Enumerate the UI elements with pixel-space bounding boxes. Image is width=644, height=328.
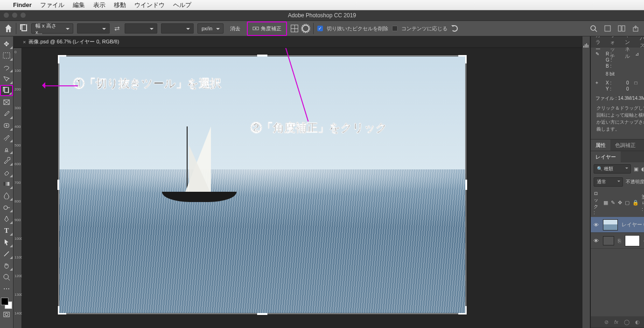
link-layers-icon[interactable]: ⊘ [604,319,609,325]
healing-tool[interactable] [0,120,13,131]
overlay-grid-icon[interactable] [291,25,298,32]
home-icon[interactable] [5,25,12,32]
document-area: × 画像.psd @ 66.7% (レイヤー 0, RGB/8) 0100200… [14,36,582,328]
close-tab-icon[interactable]: × [23,39,26,45]
swap-dims-icon[interactable]: ⇄ [113,25,121,32]
straighten-button[interactable]: 角度補正 [250,23,284,34]
svg-rect-24 [585,44,586,48]
more-tools[interactable]: ⋯ [0,283,13,294]
filter-adjust-icon[interactable]: ◐ [641,166,644,172]
crop-tool-icon[interactable] [20,25,28,32]
menu-view[interactable]: 表示 [93,1,105,9]
lock-position-icon[interactable]: ✥ [618,200,622,206]
hand-tool[interactable] [0,260,13,271]
svg-point-22 [5,313,8,316]
mask-icon[interactable]: ◯ [624,319,630,325]
canvas-viewport[interactable]: ①「切り抜きツール」を選択 ②「角度補正」をクリック [22,48,582,328]
menu-edit[interactable]: 編集 [73,1,85,9]
lock-artboard-icon[interactable]: ▢ [625,200,630,206]
frame-icon[interactable] [604,25,611,32]
fg-bg-colors[interactable] [1,298,12,309]
layer-thumbnail[interactable] [603,219,618,230]
pen-tool[interactable] [0,213,13,224]
path-select-tool[interactable] [0,237,13,248]
brush-tool[interactable] [0,132,13,143]
annotation-arrow-1 [44,85,78,86]
workspace-icon[interactable] [618,25,625,32]
history-brush-tool[interactable] [0,155,13,166]
crop-width-input[interactable] [77,23,110,34]
window-traffic-lights[interactable] [4,13,26,18]
frame-tool[interactable] [0,97,13,108]
quickmask-toggle[interactable] [0,309,13,320]
tab-properties[interactable]: 属性 [591,140,610,151]
annotation-1: ①「切り抜きツール」を選択 [73,76,221,91]
eraser-tool[interactable] [0,167,13,178]
zoom-tool[interactable] [0,272,13,283]
delete-cropped-checkbox[interactable]: ✓ [317,26,323,31]
blend-mode-dropdown[interactable]: 通常 [594,177,623,187]
menu-file[interactable]: ファイル [40,1,64,9]
crop-preset-dropdown[interactable]: 幅 x 高さ x... [31,23,73,34]
menu-go[interactable]: 移動 [114,1,126,9]
layer-row-1[interactable]: 👁 ⎘ べた塗り 1 [591,233,644,249]
info-y: 0 [620,86,631,91]
menu-window[interactable]: ウインドウ [134,1,165,9]
level-icon [252,25,259,32]
line-tool[interactable] [0,248,13,259]
search-icon[interactable] [590,25,597,32]
move-tool[interactable]: ✥ [0,38,13,49]
document-tab[interactable]: × 画像.psd @ 66.7% (レイヤー 0, RGB/8) [18,36,124,47]
reset-crop-icon[interactable] [451,25,458,32]
tab-layers[interactable]: レイヤー [591,151,621,162]
share-icon[interactable] [632,25,639,32]
adjustment-layer-icon[interactable]: ◐ [635,319,640,325]
crop-settings-icon[interactable] [302,25,309,32]
svg-rect-5 [618,26,621,31]
visibility-icon[interactable]: 👁 [593,222,599,228]
blur-tool[interactable] [0,190,13,201]
info-x: 0 [620,80,631,85]
histogram-icon[interactable] [582,42,590,49]
options-bar: 幅 x 高さ x... ⇄ px/in 消去 角度補正 ✓ 切り抜いたピクセルを… [0,21,644,36]
quick-select-tool[interactable] [0,73,13,84]
menu-help[interactable]: ヘルプ [173,1,191,9]
visibility-icon[interactable]: 👁 [593,238,599,244]
solid-color-icon [603,236,614,245]
dodge-tool[interactable] [0,202,13,213]
layer-mask-thumbnail[interactable] [625,235,640,246]
crop-height-input[interactable] [125,23,157,34]
crop-tool[interactable] [0,85,13,96]
ruler-vertical[interactable]: 0100200300400500600700800900100011001200… [14,48,22,328]
app-name[interactable]: Finder [13,1,32,8]
tab-swatches[interactable]: スウォッチ [605,36,620,48]
image-canvas[interactable] [59,56,465,313]
lock-brush-icon[interactable]: ✎ [611,200,615,206]
fx-icon[interactable]: fx [614,319,618,325]
layers-footer: ⊘ fx ◯ ◐ 🗀 🗋 🗑 [591,316,644,328]
eyedropper-tool[interactable] [0,108,13,119]
tab-adjustments[interactable]: 色調補正 [610,140,640,151]
tab-paths[interactable]: パス [635,36,644,48]
marquee-tool[interactable] [0,50,13,61]
layer-row-0[interactable]: 👁 レイヤー 0 [591,217,644,233]
type-tool[interactable]: T [0,225,13,236]
info-panel: カラー スウォッチ チャンネル パス 情報 ≡ ✎ R : ⊿ ∠ A : 0.… [591,36,644,140]
image-sea-region [59,169,465,313]
crop-res-input[interactable] [161,23,194,34]
layer-filter-dropdown[interactable]: 🔍 種類 [594,164,631,174]
lock-pixels-icon[interactable]: ▦ [603,200,608,206]
layer-name[interactable]: レイヤー 0 [622,221,644,228]
tab-channels[interactable]: チャンネル [620,36,635,48]
crop-units-dropdown[interactable]: px/in [197,23,224,34]
clear-button[interactable]: 消去 [227,23,243,34]
svg-rect-4 [605,26,610,31]
stamp-tool[interactable] [0,143,13,154]
filter-image-icon[interactable]: ▣ [634,166,638,172]
lock-all-icon[interactable]: 🔒 [632,200,639,206]
panel-toggle-strip[interactable] [582,36,590,328]
lasso-tool[interactable] [0,62,13,73]
content-aware-checkbox[interactable] [392,26,398,31]
gradient-tool[interactable] [0,178,13,189]
tab-color[interactable]: カラー [591,36,605,48]
